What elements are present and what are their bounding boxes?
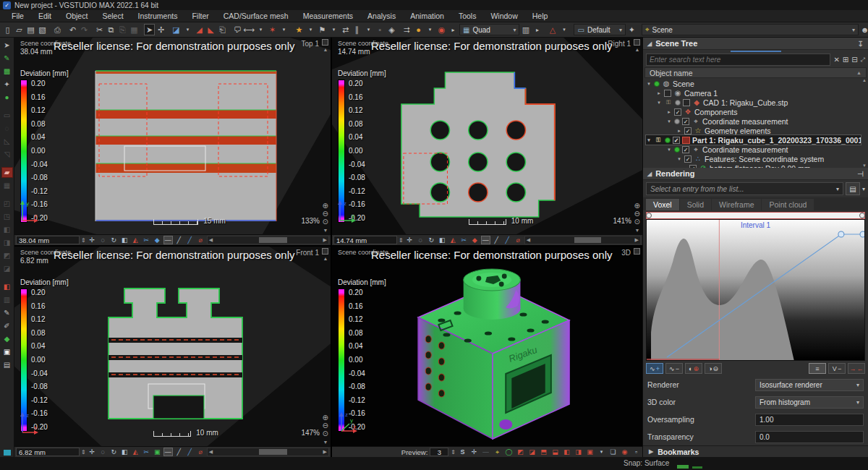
range-knob-right[interactable] xyxy=(859,213,865,218)
view-back-icon[interactable] xyxy=(527,448,537,456)
tree-row-components[interactable]: ▸Components xyxy=(646,107,861,116)
circle-marker-icon[interactable] xyxy=(416,236,425,244)
marker-icon[interactable] xyxy=(267,24,278,35)
distance-measure-icon[interactable] xyxy=(244,24,255,35)
tree-row-coord-measurement[interactable]: ▾Coordinate measurement xyxy=(646,116,861,126)
expand-icon[interactable]: ▶ xyxy=(649,448,653,455)
menu-measurements[interactable]: Measurements xyxy=(296,12,360,20)
slice-stepper[interactable]: ⇕ xyxy=(81,449,86,456)
annotation-icon[interactable] xyxy=(232,24,243,35)
spline-view-icon[interactable] xyxy=(458,448,467,456)
copy-icon[interactable] xyxy=(106,24,116,35)
slice-stepper[interactable]: ⇕ xyxy=(81,237,86,244)
add-interval-button[interactable]: ∿+ xyxy=(646,363,663,374)
layout-config-icon[interactable] xyxy=(520,24,531,35)
oversampling-input[interactable] xyxy=(755,414,864,426)
save-preset-button[interactable]: ▤ xyxy=(846,182,860,195)
geometry-dropdown-icon[interactable] xyxy=(305,24,316,35)
extract-tool[interactable] xyxy=(1,281,13,292)
menu-filter[interactable]: Filter xyxy=(184,12,216,20)
rotate-slice-icon[interactable] xyxy=(109,236,119,244)
render-preset-select[interactable]: ▭ Default ▾ xyxy=(574,24,625,35)
viewport-3d-canvas[interactable]: Rigaku Scene coordinate Reseller license… xyxy=(332,247,642,446)
geometry-element-icon[interactable] xyxy=(294,24,305,35)
visibility-checkbox[interactable] xyxy=(684,127,692,134)
line-measure-icon[interactable] xyxy=(492,236,501,244)
roi-icon[interactable] xyxy=(386,24,397,35)
search-input[interactable] xyxy=(646,54,830,66)
horizontal-scrollbar[interactable]: ◀▶ xyxy=(207,448,329,456)
no-annotation-icon[interactable] xyxy=(514,236,523,244)
polyline-measure-icon[interactable] xyxy=(503,236,512,244)
pin-icon[interactable]: ⊣ xyxy=(857,170,864,178)
move-object-icon[interactable] xyxy=(156,24,166,35)
select-tool[interactable] xyxy=(1,40,13,51)
visibility-checkbox[interactable] xyxy=(684,155,692,163)
flip-icon[interactable] xyxy=(153,236,162,244)
visibility-checkbox[interactable] xyxy=(682,118,689,125)
region-grow-tool[interactable] xyxy=(1,92,13,103)
horizontal-scrollbar[interactable]: ◀▶ xyxy=(207,236,329,244)
axes-toggle-icon[interactable] xyxy=(493,448,502,456)
tree-row-features[interactable]: ▾Features: Scene coordinate system xyxy=(646,154,861,163)
view-iso-icon[interactable] xyxy=(585,448,595,456)
thickness-icon[interactable] xyxy=(163,236,173,244)
ramp-icon[interactable] xyxy=(131,448,140,456)
coordinate-system-icon[interactable] xyxy=(317,24,328,35)
layers-tool[interactable] xyxy=(1,211,13,222)
layout-more-icon[interactable] xyxy=(532,24,542,35)
undo-icon[interactable] xyxy=(67,24,78,35)
tree-row-part-coord-measurement[interactable]: ▾Coordinate measurement xyxy=(646,145,861,154)
view-bottom-icon[interactable] xyxy=(574,448,583,456)
menu-tools[interactable]: Tools xyxy=(451,12,484,20)
scene-tree-header[interactable]: ◢ Scene Tree ↧ xyxy=(643,38,868,50)
registration-dropdown-icon[interactable] xyxy=(182,24,193,35)
import-icon[interactable] xyxy=(52,24,63,35)
flip-icon[interactable] xyxy=(153,448,162,456)
marker-dropdown-icon[interactable] xyxy=(278,24,289,35)
flip-icon[interactable] xyxy=(470,236,480,244)
scrollbar-thumb[interactable] xyxy=(259,237,287,243)
tree-row-geometry-elements[interactable]: ▸Geometry elements xyxy=(646,126,861,135)
no-annotation-icon[interactable] xyxy=(196,236,205,244)
slice-position-input[interactable]: 38.04 mm xyxy=(16,236,80,244)
clip-half-icon[interactable] xyxy=(438,236,447,244)
ramp-icon[interactable] xyxy=(131,236,140,244)
visibility-checkbox[interactable] xyxy=(683,99,690,106)
measure-dropdown-icon[interactable] xyxy=(255,24,266,35)
tree-scrollbar[interactable]: ▲▼ xyxy=(861,78,867,168)
maximize-view-button[interactable] xyxy=(634,39,640,46)
polyline-measure-icon[interactable] xyxy=(185,448,195,456)
mesh-dropdown-icon[interactable] xyxy=(558,24,569,35)
record-icon[interactable] xyxy=(620,448,629,456)
save-icon[interactable] xyxy=(25,24,36,35)
horizontal-scrollbar[interactable]: ◀▶ xyxy=(524,236,641,244)
turntable-icon[interactable] xyxy=(504,448,514,456)
save-as-icon[interactable] xyxy=(37,24,48,35)
toolbar-overflow-icon[interactable] xyxy=(448,24,459,35)
menu-instruments[interactable]: Instruments xyxy=(131,12,185,20)
rendering-header[interactable]: ◢ Rendering ⊣ xyxy=(643,168,868,180)
flag-icon[interactable] xyxy=(375,24,386,35)
tab-point-cloud[interactable]: Point cloud xyxy=(762,199,814,210)
menu-help[interactable]: Help xyxy=(525,12,556,20)
line-measure-icon[interactable] xyxy=(174,448,184,456)
color-dropdown-icon[interactable] xyxy=(425,24,435,35)
preset-more-icon[interactable]: ▾ xyxy=(862,186,865,192)
mask-tool[interactable] xyxy=(1,180,13,191)
menu-window[interactable]: Window xyxy=(483,12,524,20)
volume-tool[interactable] xyxy=(1,167,13,178)
view-right-icon[interactable] xyxy=(550,448,560,456)
result-checkbox[interactable] xyxy=(689,165,697,168)
layout-select[interactable]: ▦ Quad ▾ xyxy=(459,24,519,35)
roi-circle-tool[interactable] xyxy=(1,123,13,134)
open-project-icon[interactable] xyxy=(14,24,25,35)
zoom-tools[interactable]: ⊕⊖⊙ xyxy=(634,202,640,226)
circle-marker-icon[interactable] xyxy=(98,448,108,456)
best-fit-registration-icon[interactable] xyxy=(194,24,205,35)
scrollbar-thumb[interactable] xyxy=(259,449,287,455)
collapse-all-icon[interactable]: ⊟ xyxy=(851,56,857,64)
roi-polygon-tool[interactable] xyxy=(1,136,13,147)
duplicate-icon[interactable] xyxy=(129,24,140,35)
expand-all-icon[interactable]: ⊞ xyxy=(843,56,848,64)
